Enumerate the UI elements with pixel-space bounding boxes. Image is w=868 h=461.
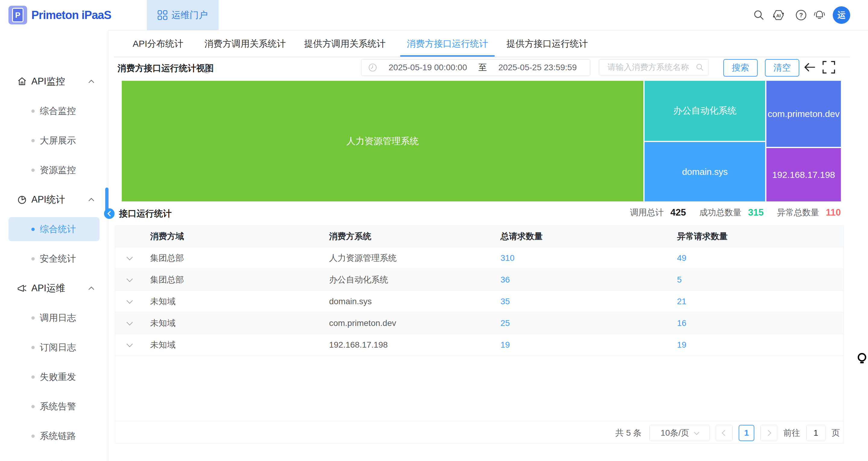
top-header: P Primeton iPaaS 运维门户 AI ? xyxy=(0,0,868,30)
tab-provider-relation[interactable]: 提供方调用关系统计 xyxy=(304,31,385,56)
screen: P Primeton iPaaS 运维门户 AI ? xyxy=(0,0,868,461)
megaphone-icon xyxy=(17,283,27,294)
sidebar-item-label: 失败重发 xyxy=(40,371,76,383)
help-icon[interactable]: ? xyxy=(795,9,807,22)
cell-total-link[interactable]: 36 xyxy=(500,275,510,284)
sidebar-item-resource-monitor[interactable]: 资源监控 xyxy=(0,158,108,182)
sidebar-group-api-monitor[interactable]: API监控 xyxy=(0,69,108,93)
cell-system: 办公自动化系统 xyxy=(323,274,492,285)
clock-icon xyxy=(368,63,377,72)
bell-icon[interactable] xyxy=(813,9,826,22)
stat-error-total: 异常总数量 110 xyxy=(777,207,841,218)
treemap-block-oa-system[interactable]: 办公自动化系统 xyxy=(645,81,765,141)
search-input-icon xyxy=(695,63,704,71)
cell-system: com.primeton.dev xyxy=(323,318,492,328)
next-page-button[interactable] xyxy=(761,425,777,441)
bullet-icon xyxy=(31,110,35,113)
table-header-row: 消费方域 消费方系统 总请求数量 异常请求数量 xyxy=(115,226,844,247)
sidebar-group-api-stats[interactable]: API统计 xyxy=(0,188,108,212)
goto-page-input[interactable] xyxy=(806,425,826,441)
chevron-up-icon xyxy=(88,286,95,290)
lightbulb-widget-icon[interactable] xyxy=(857,353,867,366)
pie-chart-icon xyxy=(17,194,27,205)
row-expand-icon[interactable] xyxy=(127,276,133,282)
sidebar-item-label: 安全统计 xyxy=(40,253,76,265)
section-title-api-run-stats: 接口运行统计 xyxy=(119,208,172,220)
sidebar-item-system-alerts[interactable]: 系统告警 xyxy=(0,394,108,419)
treemap-block-primeton-dev[interactable]: com.primeton.dev xyxy=(766,81,841,147)
tab-consumer-relation[interactable]: 消费方调用关系统计 xyxy=(205,31,286,56)
help-tooltip-icon[interactable]: ? xyxy=(202,64,212,73)
row-expand-icon[interactable] xyxy=(127,297,133,303)
tab-api-distribution[interactable]: API分布统计 xyxy=(133,31,183,56)
cell-total-link[interactable]: 25 xyxy=(500,318,510,328)
summary-stats: 调用总计 425 成功总数量 315 异常总数量 110 xyxy=(573,207,841,218)
fullscreen-icon[interactable] xyxy=(822,60,836,74)
cell-domain: 未知域 xyxy=(144,296,323,307)
tab-consumer-api-run[interactable]: 消费方接口运行统计 xyxy=(407,31,488,56)
consumer-search-input[interactable] xyxy=(599,59,709,75)
bullet-icon xyxy=(31,405,35,408)
cell-errors-link[interactable]: 19 xyxy=(677,340,686,349)
bullet-icon xyxy=(31,346,35,349)
sidebar-item-bigscreen[interactable]: 大屏展示 xyxy=(0,128,108,153)
cell-domain: 集团总部 xyxy=(144,274,323,285)
col-consumer-system: 消费方系统 xyxy=(323,230,492,242)
treemap-block-hr-system[interactable]: 人力资源管理系统 xyxy=(122,81,643,202)
search-button[interactable]: 搜索 xyxy=(723,59,758,76)
date-start-value[interactable]: 2025-05-19 00:00:00 xyxy=(389,63,467,72)
row-expand-icon[interactable] xyxy=(127,254,133,260)
date-range-picker[interactable]: 2025-05-19 00:00:00 至 2025-05-25 23:59:5… xyxy=(361,59,590,76)
table-row: 未知域 domain.sys 35 21 xyxy=(115,290,844,312)
sidebar-item-exception-dict[interactable]: 异常字典 xyxy=(0,454,108,461)
sidebar-item-security-stats[interactable]: 安全统计 xyxy=(0,247,108,271)
cell-domain: 未知域 xyxy=(144,339,323,351)
sidebar-collapse-button[interactable] xyxy=(104,208,115,219)
home-icon xyxy=(17,76,27,87)
treemap-block-domain-sys[interactable]: domain.sys xyxy=(645,142,765,202)
cell-errors-link[interactable]: 5 xyxy=(677,275,682,284)
sidebar-item-subscribe-logs[interactable]: 订阅日志 xyxy=(0,335,108,359)
back-arrow-icon[interactable] xyxy=(803,60,817,74)
sidebar-item-label: 资源监控 xyxy=(40,164,76,176)
brand-logo-icon: P xyxy=(8,6,27,24)
table-row: 集团总部 人力资源管理系统 310 49 xyxy=(115,247,844,269)
cell-errors-link[interactable]: 21 xyxy=(677,297,686,306)
tab-provider-api-run[interactable]: 提供方接口运行统计 xyxy=(506,31,588,56)
cell-errors-link[interactable]: 49 xyxy=(677,253,686,263)
stats-tab-bar: API分布统计 消费方调用关系统计 提供方调用关系统计 消费方接口运行统计 提供… xyxy=(114,31,850,57)
search-icon[interactable] xyxy=(752,9,765,22)
sidebar-item-monitor-overview[interactable]: 综合监控 xyxy=(0,99,108,123)
sidebar-item-label: 综合监控 xyxy=(40,105,76,117)
current-page-button[interactable]: 1 xyxy=(739,425,754,441)
cell-total-link[interactable]: 310 xyxy=(500,253,515,263)
stat-total-calls: 调用总计 425 xyxy=(630,207,686,218)
sidebar-item-label: 调用日志 xyxy=(40,312,76,324)
row-expand-icon[interactable] xyxy=(127,341,133,347)
user-avatar[interactable]: 运 xyxy=(833,6,850,24)
ai-assistant-icon[interactable]: AI xyxy=(772,9,785,22)
bullet-icon xyxy=(31,316,35,319)
date-end-value[interactable]: 2025-05-25 23:59:59 xyxy=(498,63,577,72)
treemap-label: 办公自动化系统 xyxy=(673,104,737,117)
portal-tab-ops[interactable]: 运维门户 xyxy=(147,0,219,30)
cell-errors-link[interactable]: 16 xyxy=(677,318,686,328)
sidebar-item-stats-overview[interactable]: 综合统计 xyxy=(0,217,108,241)
treemap-label: domain.sys xyxy=(682,167,728,177)
sidebar-group-api-ops[interactable]: API运维 xyxy=(0,276,108,300)
chevron-right-icon xyxy=(765,430,771,436)
prev-page-button[interactable] xyxy=(716,425,733,441)
clear-button[interactable]: 清空 xyxy=(765,59,799,76)
sidebar-item-call-logs[interactable]: 调用日志 xyxy=(0,306,108,330)
sidebar-item-system-trace[interactable]: 系统链路 xyxy=(0,424,108,448)
row-expand-icon[interactable] xyxy=(127,319,133,325)
treemap-block-ip-system[interactable]: 192.168.17.198 xyxy=(766,148,841,202)
cell-total-link[interactable]: 35 xyxy=(500,297,510,306)
sidebar-item-retry-failed[interactable]: 失败重发 xyxy=(0,365,108,389)
page-size-select[interactable]: 10条/页 xyxy=(649,425,710,441)
cell-total-link[interactable]: 19 xyxy=(500,340,510,349)
bullet-icon xyxy=(31,375,35,379)
bullet-icon xyxy=(31,257,35,260)
pagination-bar: 共 5 条 10条/页 1 前往 页 xyxy=(115,421,844,445)
sidebar-item-label: 大屏展示 xyxy=(40,134,76,147)
